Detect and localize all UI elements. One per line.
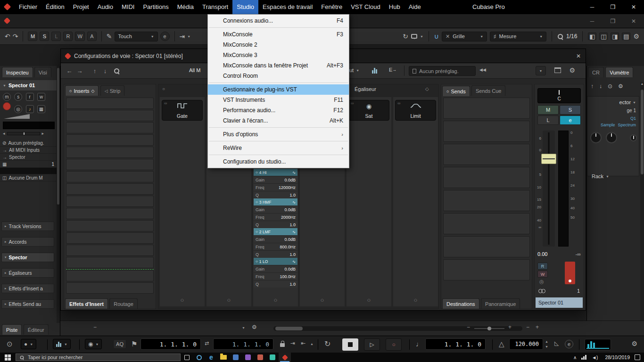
- pan-control[interactable]: C: [537, 88, 581, 103]
- layout-lower-zone-button[interactable]: ◫: [599, 33, 608, 40]
- record-button[interactable]: ○: [386, 338, 402, 351]
- insert-slot[interactable]: [66, 122, 154, 133]
- module-footer-icon[interactable]: ○: [253, 296, 298, 304]
- menu-hub[interactable]: Hub: [385, 0, 405, 14]
- scrollbar-up-arrow[interactable]: ▲: [640, 82, 644, 87]
- insert-slot[interactable]: [66, 257, 154, 268]
- autoscroll-icon[interactable]: ↻: [403, 33, 408, 40]
- channel-down-icon[interactable]: ↓: [100, 66, 110, 75]
- channel-field[interactable]: ▦1: [0, 161, 57, 168]
- eq-freq-row[interactable]: Freq12000Hz: [254, 183, 297, 191]
- tab-visibility[interactable]: Visi: [34, 67, 51, 77]
- layout-right-zone-button[interactable]: ◨: [611, 33, 619, 40]
- record-modes-icon[interactable]: ⊙: [7, 340, 13, 348]
- rack-tab-spectrum[interactable]: Spectrum: [618, 123, 636, 127]
- preset-field[interactable]: Aucun préréglag.: [409, 66, 476, 76]
- comment-bubble-icon[interactable]: [411, 34, 417, 39]
- edge-icon[interactable]: e: [205, 353, 217, 362]
- track-header[interactable]: ▼ Spector 01: [0, 80, 57, 90]
- strip-eq-header[interactable]: Égaliseur: [355, 86, 376, 92]
- read-automation-button[interactable]: R: [537, 263, 548, 270]
- zoom-slider[interactable]: [474, 328, 504, 329]
- rack-tab-sample[interactable]: Sample: [601, 123, 615, 127]
- midi-note-icon[interactable]: ♪: [26, 105, 34, 113]
- insert-slot[interactable]: [66, 245, 154, 256]
- send-slot[interactable]: [443, 236, 530, 257]
- cycle-button[interactable]: ↻: [324, 339, 330, 348]
- project-minimize-button[interactable]: ─: [582, 14, 603, 28]
- strip-col1-power-icon[interactable]: ○: [162, 86, 165, 91]
- track-mute-button[interactable]: m: [3, 93, 11, 101]
- rack-instrument-select[interactable]: ector▼: [587, 97, 639, 105]
- tempo-track-button[interactable]: e: [565, 340, 573, 348]
- menu-item-configuration-studio[interactable]: Configuration du studio...: [208, 156, 349, 167]
- eq-band-header[interactable]: ○1 LO∿: [254, 258, 297, 265]
- inspector-scrollbar-thumb[interactable]: [57, 68, 59, 205]
- record-mode-menu[interactable]: ●▼: [21, 339, 36, 349]
- cubase-taskbar-icon[interactable]: [279, 353, 291, 362]
- start-button[interactable]: [5, 354, 11, 361]
- drum-map-field[interactable]: ◫Aucune Drum M: [0, 174, 57, 181]
- stop-button[interactable]: [342, 338, 358, 351]
- eq-band-header[interactable]: ○2 LMF∿: [254, 228, 297, 235]
- insert-slot[interactable]: [66, 98, 154, 109]
- insert-slot[interactable]: [66, 134, 154, 146]
- sat-module[interactable]: ▭ ◉ Sat: [348, 100, 389, 121]
- write-all-button[interactable]: W: [75, 32, 84, 41]
- action-center-icon[interactable]: [635, 354, 640, 360]
- inspector-scrollbar[interactable]: [57, 66, 60, 323]
- network-icon[interactable]: [581, 355, 587, 360]
- rack-snapshot-icon[interactable]: ⊙: [608, 83, 612, 90]
- eq-gain-row[interactable]: Gain0.0dB: [254, 265, 297, 272]
- grid-type-select[interactable]: ✕ Grille ▼: [442, 32, 487, 41]
- zoom-out-icon[interactable]: −: [467, 324, 470, 330]
- module-footer-icon[interactable]: ○: [300, 296, 345, 304]
- horizontal-scrollbar-thumb[interactable]: [275, 327, 303, 330]
- channel-back-icon[interactable]: ←: [65, 66, 74, 75]
- menu-item-rewire[interactable]: ReWire›: [208, 143, 349, 153]
- close-button[interactable]: ✕: [623, 0, 644, 14]
- redo-icon[interactable]: ↷: [13, 33, 18, 40]
- volume-wedge[interactable]: [4, 114, 30, 119]
- menu-fichier[interactable]: Fichier: [15, 0, 41, 14]
- output-routing-truncated[interactable]: ut▼: [349, 67, 359, 73]
- channel-layout-icon[interactable]: [554, 67, 561, 73]
- tab-editeur[interactable]: Éditeur: [24, 324, 49, 335]
- section-effets-insert[interactable]: ▸Effets d'Insert a: [1, 284, 54, 293]
- edit-channel-button[interactable]: e: [560, 115, 581, 125]
- menu-vst-cloud[interactable]: VST Cloud: [347, 0, 385, 14]
- auto-quantize-button[interactable]: AQ: [113, 339, 126, 349]
- tab-sends[interactable]: ○Sends: [442, 86, 470, 96]
- eq-q-row[interactable]: Q1.0: [254, 221, 297, 228]
- pan-control[interactable]: ◂▸: [3, 131, 44, 136]
- rack-tab-q1[interactable]: Q1: [587, 113, 639, 121]
- record-arm-button[interactable]: [565, 262, 575, 284]
- automation-panel-button[interactable]: e: [160, 32, 170, 41]
- write-automation-button[interactable]: W: [537, 271, 548, 278]
- send-slot[interactable]: [443, 167, 530, 188]
- undo-icon[interactable]: ↶: [5, 33, 10, 40]
- exchange-time-button[interactable]: ⇄: [205, 340, 209, 346]
- insert-slot[interactable]: [66, 159, 154, 170]
- cubase-app-icon[interactable]: [5, 4, 10, 11]
- section-spector[interactable]: ▾Spector: [1, 253, 54, 262]
- bubble-caret[interactable]: ▼: [420, 35, 423, 38]
- menu-item-gestionnaire-plugins-vst[interactable]: Gestionnaire de plug-ins VST: [208, 84, 349, 95]
- eq-gain-row[interactable]: Gain0.0dB: [254, 235, 297, 243]
- menu-edition[interactable]: Édition: [41, 0, 69, 14]
- menu-item-connexions-audio[interactable]: Connexions audio...F4: [208, 16, 349, 26]
- channel-up-icon[interactable]: ↑: [90, 66, 99, 75]
- input-routing-field[interactable]: →All MIDI Inputs: [0, 147, 57, 154]
- eq-freq-row[interactable]: Freq800.0Hz: [254, 243, 297, 250]
- punch-flag-icon[interactable]: ⚑: [131, 340, 137, 348]
- maximize-button[interactable]: ❐: [603, 0, 623, 14]
- metronome-icon[interactable]: △: [499, 340, 504, 348]
- time-signature-icon[interactable]: ◺: [554, 340, 559, 346]
- tab-inspector[interactable]: Inspecteu: [2, 67, 33, 77]
- zone-dropdown-caret[interactable]: ▼: [242, 326, 245, 329]
- tab-effets-insert[interactable]: Effets d'Insert: [65, 298, 108, 309]
- channel-dropdown-button[interactable]: ▼: [536, 66, 546, 75]
- module-footer-icon[interactable]: ○: [393, 296, 438, 304]
- insert-slot[interactable]: [66, 171, 154, 182]
- punch-in-button[interactable]: ⇥: [290, 340, 295, 346]
